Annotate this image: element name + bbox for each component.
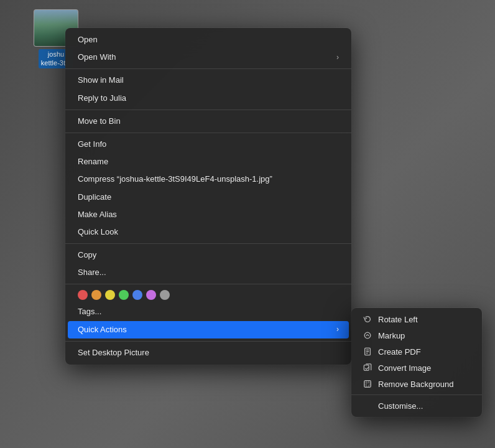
- context-menu: Open Open With › Show in Mail Reply to J…: [65, 28, 351, 365]
- tag-gray[interactable]: [160, 290, 170, 300]
- menu-item-rename[interactable]: Rename: [68, 153, 349, 170]
- menu-item-open[interactable]: Open: [68, 31, 349, 49]
- customise-spacer: [363, 401, 372, 411]
- separator-1: [65, 68, 351, 69]
- menu-item-get-info[interactable]: Get Info: [68, 136, 349, 153]
- chevron-right-icon-quick-actions: ›: [336, 324, 339, 335]
- submenu-item-markup[interactable]: Markup: [354, 327, 479, 343]
- menu-item-share[interactable]: Share...: [68, 264, 349, 281]
- submenu-item-rotate-left[interactable]: Rotate Left: [354, 311, 479, 327]
- menu-item-open-with[interactable]: Open With ›: [68, 49, 349, 66]
- tag-purple[interactable]: [146, 290, 156, 300]
- submenu-separator-1: [351, 394, 482, 395]
- tag-red[interactable]: [78, 290, 88, 300]
- menu-item-tags[interactable]: Tags...: [68, 303, 349, 320]
- separator-2: [65, 110, 351, 110]
- menu-item-set-desktop-picture[interactable]: Set Desktop Picture: [68, 344, 349, 362]
- menu-item-quick-look[interactable]: Quick Look: [68, 223, 349, 241]
- quick-actions-submenu: Rotate Left Markup Create PDF Co: [351, 308, 482, 417]
- submenu-item-create-pdf[interactable]: Create PDF: [354, 343, 479, 360]
- menu-item-copy[interactable]: Copy: [68, 246, 349, 264]
- menu-item-quick-actions[interactable]: Quick Actions ›: [68, 321, 349, 338]
- chevron-right-icon: ›: [336, 52, 339, 63]
- tag-yellow[interactable]: [105, 290, 115, 300]
- markup-icon: [363, 330, 372, 340]
- tag-green[interactable]: [119, 290, 129, 300]
- menu-item-show-in-mail[interactable]: Show in Mail: [68, 72, 349, 89]
- menu-item-reply-to-julia[interactable]: Reply to Julia: [68, 90, 349, 107]
- separator-3: [65, 133, 351, 133]
- menu-item-compress[interactable]: Compress “joshua-kettle-3tS9I49LeF4-unsp…: [68, 170, 349, 188]
- svg-rect-3: [364, 381, 371, 388]
- tag-orange[interactable]: [91, 290, 101, 300]
- separator-5: [65, 284, 351, 284]
- submenu-item-remove-background[interactable]: Remove Background: [354, 376, 479, 392]
- menu-item-make-alias[interactable]: Make Alias: [68, 206, 349, 223]
- separator-4: [65, 243, 351, 244]
- submenu-item-customise[interactable]: Customise...: [354, 398, 479, 414]
- svg-point-0: [364, 332, 371, 338]
- tag-blue[interactable]: [132, 290, 142, 300]
- convert-image-icon: [363, 363, 372, 373]
- menu-item-duplicate[interactable]: Duplicate: [68, 189, 349, 206]
- rotate-left-icon: [363, 314, 372, 324]
- separator-6: [65, 341, 351, 342]
- remove-background-icon: [363, 379, 372, 389]
- tags-row: [68, 287, 349, 303]
- menu-item-move-to-bin[interactable]: Move to Bin: [68, 113, 349, 130]
- create-pdf-icon: [363, 347, 372, 357]
- submenu-item-convert-image[interactable]: Convert Image: [354, 360, 479, 376]
